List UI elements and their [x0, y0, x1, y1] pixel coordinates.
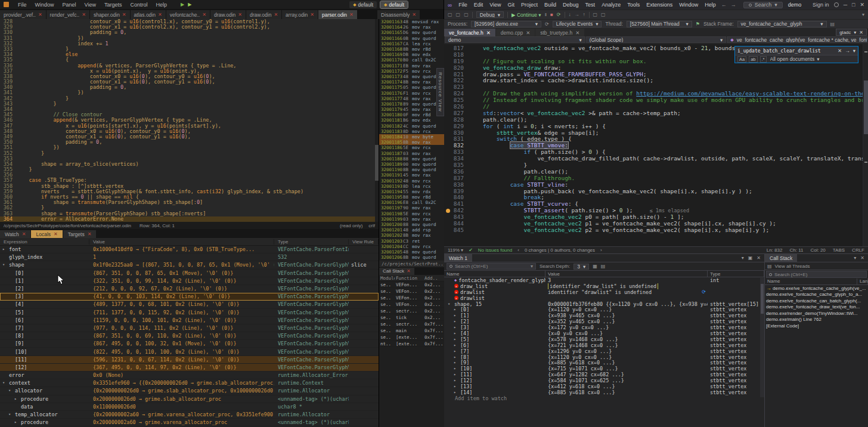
run-icon[interactable]: ▶ — [181, 2, 184, 7]
breakpoint-gutter[interactable] — [444, 188, 451, 195]
menu-item[interactable]: Help — [702, 2, 719, 8]
variable-row[interactable]: [0] {867, 351, 0, 0, 87, 65, 0x1 (Move),… — [0, 270, 379, 277]
col-view-rule[interactable]: View Rule — [349, 239, 379, 245]
expand-icon[interactable]: ▸ — [454, 378, 458, 383]
find-input[interactable]: i_update_batch_clear_drawlist — [737, 48, 835, 54]
clear-find-icon[interactable]: ✕ — [838, 48, 842, 54]
breakpoint-gutter[interactable] — [444, 136, 451, 143]
zoom-level[interactable]: 119% ▾ — [448, 247, 463, 253]
col-lang[interactable]: Lang — [857, 279, 868, 284]
menu-item[interactable]: Test — [582, 2, 599, 8]
watch-row[interactable]: ▸ [10] {x=715 y=1071 cx=0 ...} stbtt_ver… — [444, 366, 764, 372]
editor-scrollbar[interactable] — [375, 19, 379, 222]
menu-item[interactable]: Help — [151, 2, 171, 8]
callstack-frame-row[interactable]: se.. sectr... 0x2... — [379, 308, 444, 314]
col-value[interactable]: Value — [89, 239, 274, 245]
next-change-icon[interactable]: › — [600, 247, 602, 253]
breakpoint-gutter[interactable] — [444, 149, 451, 156]
toolbar-icon[interactable]: ▢ — [464, 12, 469, 17]
callstack-frame-row[interactable]: se.. VEFon... 0x2... — [379, 288, 444, 295]
variable-row[interactable]: [6] {1159, 0, 0, 0, 100, 101, 0x2 (Line)… — [0, 317, 379, 324]
watch-row[interactable]: ▸ [11] {x=647 y=1282 cx=682 ...} stbtt_v… — [444, 372, 764, 378]
process-dropdown[interactable]: [529596] demo.exe ▾ — [471, 21, 541, 27]
callstack-frame-row[interactable]: se.. sectr... 0x7f... — [379, 321, 444, 327]
expand-icon[interactable]: ▸ — [2, 247, 7, 252]
breakpoint-gutter[interactable] — [444, 130, 451, 137]
prev-change-icon[interactable]: ‹ — [517, 247, 519, 253]
expand-icon[interactable]: ▾ — [2, 380, 7, 385]
profile-badge[interactable]: ◆ default — [380, 1, 408, 8]
stack-frame-row[interactable]: demo.exe!ve_fontcache_draw_text(ve_fon..… — [765, 304, 868, 311]
variable-row[interactable]: [8] {867, 351, 0, 0, 69, 110, 0x2 (Line)… — [0, 332, 379, 340]
chevron-down-icon[interactable]: ▾ — [853, 48, 855, 54]
watch-row[interactable]: ▸ [7] {x=1296 y=0 cx=0 ...} stbtt_vertex — [444, 348, 764, 354]
close-icon[interactable]: ✕ — [859, 30, 863, 35]
menu-item[interactable]: Window — [676, 2, 701, 8]
expand-icon[interactable]: ▸ — [454, 384, 458, 389]
watch-row[interactable]: ▸ [13] {x=412 y=618 cx=0 ...} stbtt_vert… — [444, 383, 764, 389]
profile-badge[interactable]: ◆ default — [349, 1, 377, 8]
close-tab-icon[interactable]: ✕ — [486, 30, 491, 36]
watch-row[interactable]: ▸ [4] {x=0 y=0 cx=0 ...} stbtt_vertex — [444, 330, 764, 336]
variable-row[interactable]: ▾ context 0x3351efe960 → {{0x2000000026d… — [0, 379, 379, 387]
menu-item[interactable]: Tools — [624, 2, 643, 8]
watch-row[interactable]: ▸ [8] {x=1120 y=0 cx=0 ...} stbtt_vertex — [444, 354, 764, 360]
account-icon[interactable] — [834, 2, 839, 7]
document-tab[interactable]: stb_truetype.h ✕ — [535, 29, 584, 36]
variable-row[interactable]: [9] {867, 495, 0, 0, 100, 32, 0x1 (Move)… — [0, 340, 379, 348]
resource-view-tab[interactable]: Resource View — [436, 68, 444, 116]
lifecycle-events-dropdown[interactable]: Lifecycle Events ▾ — [553, 21, 602, 27]
breakpoint-gutter[interactable] — [444, 45, 451, 52]
breakpoint-gutter[interactable] — [444, 58, 451, 65]
watch-row[interactable]: ▸ [6] {x=721 y=1468 cx=0 ...} stbtt_vert… — [444, 342, 764, 348]
expand-icon[interactable]: ▸ — [454, 319, 458, 324]
expand-icon[interactable]: ▸ — [454, 337, 458, 342]
editor-tab[interactable]: draw.odin ✕ — [246, 10, 281, 19]
variable-row[interactable]: [3] {41, 0, 0, 0, 103, 114, 0x2 (Line), … — [0, 293, 379, 301]
toolbar-icon[interactable]: ▢ — [601, 12, 606, 17]
panel-tab[interactable]: Watch ✕ — [0, 230, 30, 238]
editor-tab[interactable]: draw.odin ✕ — [210, 10, 246, 19]
expand-icon[interactable]: ▸ — [454, 360, 458, 365]
panel-tab[interactable]: Locals ✕ — [31, 230, 62, 238]
watch-row[interactable]: ▾ shape, 15 0x000001fb376feb80 {{x=1120 … — [444, 301, 764, 307]
watch-row[interactable]: ▸ [5] {x=578 y=1468 cx=0 ...} stbtt_vert… — [444, 336, 764, 342]
breakpoint-gutter[interactable] — [444, 52, 451, 58]
editor-tab[interactable]: parser.odin ✕ — [318, 10, 357, 19]
close-tab-icon[interactable]: ✕ — [122, 12, 126, 17]
variable-row[interactable]: [1] {322, 351, 0, 0, 99, 114, 0x2 (Line)… — [0, 277, 379, 285]
breakpoint-gutter[interactable] — [444, 143, 451, 149]
member-dropdown[interactable]: ◆ ve_fontcache_cache_glyph(ve_fontcache … — [727, 36, 867, 43]
disassembly-view[interactable]: 32001163 48 movsxd rax 32001164 26 mov r… — [379, 19, 444, 261]
menu-item[interactable]: File — [455, 2, 470, 8]
close-tab-icon[interactable]: ✕ — [38, 12, 42, 17]
close-tab-icon[interactable]: ✕ — [238, 12, 242, 17]
changes-status[interactable]: 0 changes | 0 authors, 0 changes — [525, 247, 595, 253]
variable-row[interactable]: [12] {367, 495, 0, 0, 114, 97, 0x2 (Line… — [0, 364, 379, 372]
watch-row[interactable]: ▸ [3] {x=172 y=0 cx=0 ...} stbtt_vertex — [444, 324, 764, 330]
menu-item[interactable]: Build — [541, 2, 559, 8]
breakpoint-gutter[interactable] — [444, 78, 451, 84]
col-module[interactable]: Module — [379, 276, 395, 281]
menu-item[interactable]: View — [486, 2, 504, 8]
expand-icon[interactable]: ▸ — [14, 397, 19, 401]
variable-row[interactable]: [10] {822, 495, 0, 0, 110, 100, 0x2 (Lin… — [0, 348, 379, 355]
callstack-frame-row[interactable]: se.. main 0x7f... — [379, 327, 444, 334]
toolbar-icon[interactable]: ▢ — [593, 12, 598, 17]
toolbar-icon[interactable]: ▢ — [456, 12, 461, 17]
watch-row[interactable]: ▸ [0] {x=1120 y=0 cx=0 ...} stbtt_vertex — [444, 307, 764, 312]
variable-row[interactable]: ▸ procedure 0x2000000026d0 → grime.slab_… — [0, 395, 379, 403]
close-tab-icon[interactable]: ✕ — [407, 268, 411, 274]
editor-tab[interactable]: provider_.vef.. ✕ — [0, 10, 46, 19]
expand-icon[interactable]: ▸ — [454, 372, 458, 377]
breakpoint-gutter[interactable] — [444, 110, 451, 117]
expand-icon[interactable]: ▾ — [448, 302, 452, 307]
config-dropdown[interactable]: Debug ▾ — [476, 11, 504, 18]
close-tab-icon[interactable]: ✕ — [526, 30, 530, 36]
watch-row[interactable]: ◆ fontcache_shader_render_glyph 3 int — [444, 277, 764, 283]
add-watch-item[interactable]: Add item to watch — [444, 395, 764, 401]
variable-row[interactable]: ▸ procedure 0x200000002a60 → grime.varen… — [0, 419, 379, 426]
close-tab-icon[interactable]: ✕ — [22, 231, 26, 237]
expand-icon[interactable]: ▾ — [2, 262, 7, 267]
breakpoint-gutter[interactable] — [444, 221, 451, 227]
